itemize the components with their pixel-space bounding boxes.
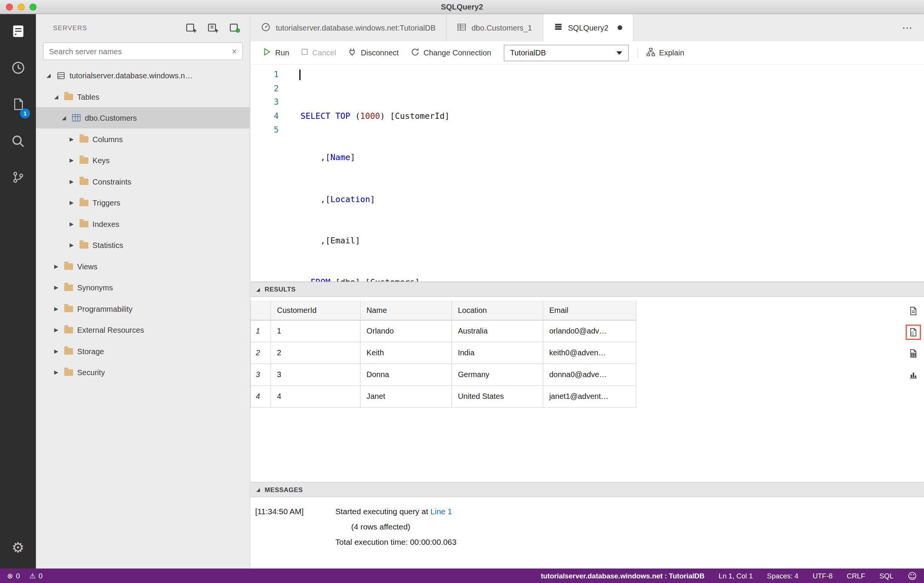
tree-item-keys[interactable]: ▶ Keys	[36, 150, 250, 171]
sidebar-item-source-control[interactable]	[0, 160, 36, 197]
cell-location[interactable]: Australia	[452, 320, 543, 341]
tree-item-columns[interactable]: ▶ Columns	[36, 128, 250, 150]
collapse-twisty-icon[interactable]: ▶	[69, 242, 79, 248]
row-number-cell[interactable]: 2	[251, 341, 271, 363]
new-connection-button[interactable]	[185, 22, 197, 34]
cell-email[interactable]: janet1@advent…	[543, 385, 636, 407]
indentation-setting[interactable]: Spaces: 4	[767, 572, 798, 580]
collapse-twisty-icon[interactable]: ▶	[54, 369, 64, 375]
problems-summary[interactable]: ⊗ 0 ⚠ 0	[7, 572, 43, 580]
row-number-cell[interactable]: 3	[251, 363, 271, 385]
cell-customer-id[interactable]: 2	[271, 341, 360, 363]
collapse-twisty-icon[interactable]: ▶	[54, 263, 64, 269]
cell-name[interactable]: Donna	[360, 363, 452, 385]
messages-panel-header[interactable]: ◢ MESSAGES	[250, 483, 924, 497]
editor-actions-button[interactable]: ⋯	[902, 14, 924, 41]
save-as-csv-button[interactable]	[906, 303, 921, 319]
column-header[interactable]: Email	[543, 300, 636, 320]
collapse-twisty-icon[interactable]: ▶	[69, 178, 79, 184]
sidebar-item-search[interactable]	[0, 124, 36, 160]
column-header[interactable]: Location	[452, 300, 543, 320]
collapse-twisty-icon[interactable]: ▶	[69, 200, 79, 206]
cell-location[interactable]: India	[452, 341, 543, 363]
row-number-cell[interactable]: 1	[251, 320, 271, 341]
line-1-link[interactable]: Line 1	[430, 507, 452, 516]
results-panel-header[interactable]: ◢ RESULTS	[250, 282, 924, 297]
cell-customer-id[interactable]: 4	[271, 385, 360, 407]
cell-name[interactable]: Orlando	[360, 320, 452, 341]
settings-button[interactable]: ⚙	[0, 527, 36, 568]
cell-name[interactable]: Keith	[360, 341, 452, 363]
tab-sqlquery2[interactable]: SQLQuery2	[543, 14, 633, 41]
cell-email[interactable]: orlando0@adv…	[543, 320, 636, 341]
code-area[interactable]: SELECT TOP (1000) [CustomerId] ,[Name] ,…	[287, 65, 924, 282]
cell-location[interactable]: United States	[452, 385, 543, 407]
search-input[interactable]	[49, 47, 231, 56]
tree-item-statistics[interactable]: ▶ Statistics	[36, 235, 250, 256]
feedback-smiley-icon[interactable]: ☺	[908, 570, 917, 581]
column-header[interactable]: CustomerId	[271, 300, 360, 320]
cell-name[interactable]: Janet	[360, 385, 452, 407]
tree-item-synonyms[interactable]: ▶ Synonyms	[36, 277, 250, 298]
active-connections-button[interactable]	[229, 22, 240, 34]
eol-setting[interactable]: CRLF	[847, 572, 865, 580]
collapse-panel-icon[interactable]: ◢	[256, 487, 260, 492]
collapse-panel-icon[interactable]: ◢	[256, 287, 260, 292]
collapse-twisty-icon[interactable]: ▶	[54, 285, 64, 290]
expand-twisty-icon[interactable]: ◢	[46, 72, 56, 78]
tree-item-dbo-customers[interactable]: ◢ dbo.Customers	[36, 107, 250, 129]
tree-item-tables[interactable]: ◢ Tables	[36, 86, 250, 107]
collapse-twisty-icon[interactable]: ▶	[54, 348, 64, 354]
sql-editor[interactable]: 1 2 3 4 5 SELECT TOP (1000) [CustomerId]…	[250, 65, 924, 282]
run-button[interactable]: Run	[257, 44, 295, 61]
tree-item-indexes[interactable]: ▶ Indexes	[36, 213, 250, 235]
tree-item-views[interactable]: ▶ Views	[36, 255, 250, 277]
column-header[interactable]: Name	[360, 300, 452, 320]
expand-twisty-icon[interactable]: ◢	[62, 115, 72, 121]
title-bar[interactable]: SQLQuery2	[0, 0, 924, 14]
cell-email[interactable]: donna0@adve…	[543, 363, 636, 385]
warnings-indicator[interactable]: ⚠ 0	[30, 572, 43, 580]
database-dropdown[interactable]: TutorialDB	[504, 44, 629, 61]
collapse-twisty-icon[interactable]: ▶	[69, 157, 79, 163]
disconnect-button[interactable]: Disconnect	[342, 44, 404, 61]
encoding-setting[interactable]: UTF-8	[812, 572, 832, 580]
view-as-chart-button[interactable]	[906, 367, 921, 382]
cell-email[interactable]: keith0@adven…	[543, 341, 636, 363]
sidebar-item-servers[interactable]	[0, 14, 36, 51]
cancel-button[interactable]: Cancel	[296, 44, 341, 61]
row-number-cell[interactable]: 4	[251, 385, 271, 407]
save-as-json-button[interactable]: {}	[906, 325, 921, 340]
change-connection-button[interactable]: Change Connection	[405, 44, 497, 61]
collapse-twisty-icon[interactable]: ▶	[69, 136, 79, 142]
save-as-excel-button[interactable]	[906, 346, 921, 361]
collapse-twisty-icon[interactable]: ▶	[69, 221, 79, 227]
close-button[interactable]	[6, 3, 13, 10]
sidebar-item-task-history[interactable]	[0, 51, 36, 87]
clear-search-icon[interactable]: ×	[231, 47, 237, 56]
row-number-header[interactable]	[251, 300, 271, 320]
cell-customer-id[interactable]: 1	[271, 320, 360, 341]
tree-item-programmability[interactable]: ▶ Programmability	[36, 298, 250, 319]
tree-item-server[interactable]: ◢ tutorialserver.database.windows.n…	[36, 65, 250, 86]
cell-location[interactable]: Germany	[452, 363, 543, 385]
minimize-button[interactable]	[18, 3, 25, 10]
language-mode[interactable]: SQL	[879, 572, 893, 580]
tree-item-external-resources[interactable]: ▶ External Resources	[36, 319, 250, 341]
cursor-position[interactable]: Ln 1, Col 1	[719, 572, 753, 580]
tree-item-storage[interactable]: ▶ Storage	[36, 340, 250, 362]
tab-server-dashboard[interactable]: tutorialserver.database.windows.net:Tuto…	[250, 14, 447, 41]
explain-button[interactable]: Explain	[641, 44, 690, 61]
tree-item-security[interactable]: ▶ Security	[36, 362, 250, 383]
tree-item-constraints[interactable]: ▶ Constraints	[36, 171, 250, 192]
expand-twisty-icon[interactable]: ◢	[54, 94, 64, 99]
cell-customer-id[interactable]: 3	[271, 363, 360, 385]
collapse-twisty-icon[interactable]: ▶	[54, 306, 64, 311]
connection-status[interactable]: tutorialserver.database.windows.net : Tu…	[541, 572, 704, 580]
errors-indicator[interactable]: ⊗ 0	[7, 572, 20, 580]
zoom-button[interactable]	[30, 3, 37, 10]
tab-dbo-customers-1[interactable]: dbo.Customers_1	[447, 14, 543, 41]
sidebar-item-open-editors[interactable]: 1	[0, 87, 36, 124]
tree-item-triggers[interactable]: ▶ Triggers	[36, 192, 250, 214]
new-server-group-button[interactable]	[207, 22, 219, 34]
